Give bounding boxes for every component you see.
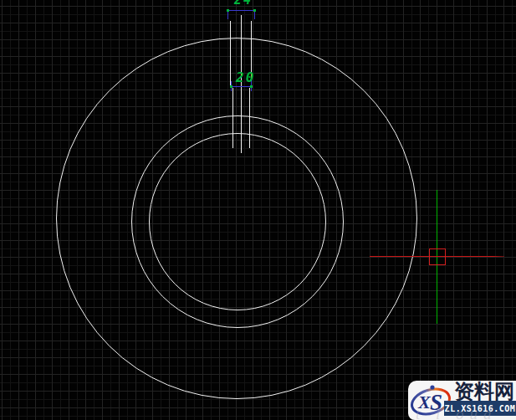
dim-width-arrow-right (250, 85, 253, 88)
keyway-lower-right-edge[interactable] (249, 88, 250, 148)
bore-circle[interactable] (149, 133, 326, 310)
watermark-domain-text: ZL.XS1616.COM (445, 404, 516, 413)
dim-top-value[interactable]: 24 (234, 0, 253, 8)
dim-top-arrow-left (227, 9, 229, 12)
watermark-domain-bar: ZL.XS1616.COM (444, 401, 516, 416)
keyway-upper-left-edge[interactable] (230, 21, 231, 88)
dim-width-line[interactable] (231, 86, 252, 87)
dim-width-value[interactable]: 20 (236, 69, 255, 85)
keyway-lower-left-edge[interactable] (232, 88, 233, 148)
cursor-pickbox (429, 248, 446, 265)
watermark-site-name: 资料网 (454, 381, 516, 402)
dim-top-arrow-right (253, 9, 256, 12)
logo-letter-s: S (430, 390, 442, 415)
cad-canvas[interactable]: 24 20 t l oud X S 资料网 ZL.X (0, 0, 516, 420)
logo-dot (430, 385, 434, 389)
dim-top-line[interactable] (227, 10, 255, 11)
watermark-logo-box: X S 资料网 ZL.XS1616.COM (408, 381, 516, 420)
dim-width-arrow-left (230, 85, 232, 88)
